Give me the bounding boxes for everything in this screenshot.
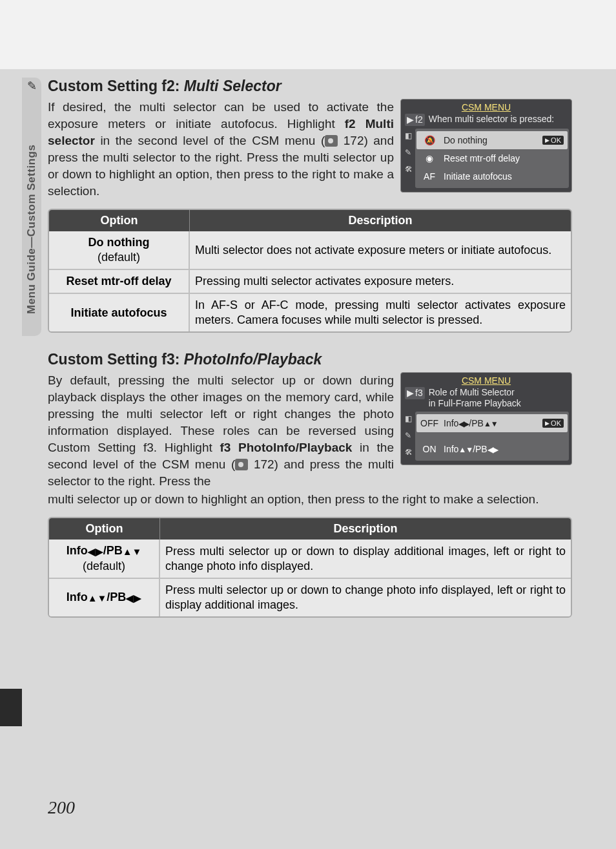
heading-f2: Custom Setting f2: Multi Selector [48, 78, 572, 95]
lcd-row-label: Initiate autofocus [444, 171, 512, 182]
lcd-row-on: ON Info▲▼/PB◀▶ [416, 440, 568, 458]
th-description: Description [190, 210, 571, 231]
camera-icon: ◧ [405, 131, 415, 140]
thumb-tab [0, 689, 22, 726]
text: Info [444, 418, 458, 428]
cell-description: Pressing multi selector activates exposu… [190, 269, 571, 293]
cell-option: Info▲▼/PB◀▶ [49, 578, 160, 616]
lcd-row-code: ON [420, 444, 438, 454]
cell-description: Multi selector does not activate exposur… [190, 231, 571, 269]
wrench-icon: 🛠 [405, 165, 415, 174]
lcd-title: CSM MENU [404, 375, 569, 386]
text: Info [67, 591, 88, 603]
text: in the second level of the CSM menu ( [95, 134, 325, 147]
option-main: Do nothing [54, 235, 183, 250]
table-row: Info▲▼/PB◀▶ Press multi selector up or d… [49, 578, 571, 616]
cell-option: Do nothing (default) [49, 231, 190, 269]
lcd-row-label: Do nothing [444, 135, 488, 145]
page-number: 200 [48, 797, 75, 818]
lcd-tag: ▶f3 [405, 387, 425, 399]
arrows-icon: ▲▼ [123, 544, 142, 559]
lcd-preview-f2: CSM MENU ▶f2 When multi selector is pres… [400, 99, 572, 193]
text: Info [444, 444, 458, 454]
lcd-tag-code: f3 [415, 388, 423, 399]
section-tab: ✎ Menu Guide—Custom Settings [22, 78, 41, 336]
table-f3: Option Description Info◀▶/PB▲▼ (default)… [48, 517, 572, 618]
cell-option: Reset mtr-off delay [49, 269, 190, 293]
option-main: Initiate autofocus [54, 306, 183, 320]
lcd-side-icons: ◧ ✎ 🛠 [405, 412, 415, 457]
th-option: Option [49, 210, 190, 231]
lcd-side-icons: ◧ ✎ 🛠 [405, 129, 415, 174]
cell-description: In AF-S or AF-C mode, pressing multi sel… [190, 293, 571, 331]
lcd-row-reset: ◉ Reset mtr-off delay [416, 149, 568, 167]
lcd-subtitle: ▶f2 When multi selector is pressed: [404, 114, 569, 129]
lcd-panel: OFF Info◀▶/PB▲▼ OK ON Info▲▼/PB◀▶ [415, 412, 569, 461]
text: /PB [473, 444, 488, 454]
th-description: Description [160, 518, 571, 540]
text: If desired, the multi selector can be us… [48, 100, 394, 131]
text: in Full-Frame Playback [429, 398, 521, 408]
lcd-tag-code: f2 [415, 114, 423, 125]
section-tab-label: Menu Guide—Custom Settings [25, 101, 38, 314]
pencil-small-icon: ✎ [405, 431, 415, 440]
text: /PB [107, 591, 126, 603]
meter-icon: ◉ [420, 153, 438, 163]
heading-f3-italic: PhotoInfo/Playback [184, 351, 322, 368]
lcd-subtitle: ▶f3 Role of Multi Selector in Full-Frame… [404, 387, 569, 412]
reference-icon [235, 459, 248, 470]
lcd-row-code: OFF [420, 418, 438, 428]
mute-icon: 🔕 [420, 135, 438, 145]
lcd-subtitle-text: When multi selector is pressed: [429, 114, 555, 125]
arrows-icon: ▲▼ [484, 419, 498, 428]
heading-f3: Custom Setting f3: PhotoInfo/Playback [48, 351, 572, 368]
lcd-row-label: Info▲▼/PB◀▶ [444, 444, 498, 454]
cell-description: Press multi selector up or down to chang… [160, 578, 571, 616]
lcd-row-do-nothing: 🔕 Do nothing OK [416, 131, 568, 149]
table-row: Initiate autofocus In AF-S or AF-C mode,… [49, 293, 571, 331]
th-option: Option [49, 518, 160, 540]
ok-badge: OK [542, 136, 564, 145]
lcd-subtitle-text: Role of Multi Selector in Full-Frame Pla… [429, 387, 521, 409]
arrows-icon: ▲▼ [458, 445, 473, 454]
lcd-row-off: OFF Info◀▶/PB▲▼ OK [416, 414, 568, 432]
table-row: Info◀▶/PB▲▼ (default) Press multi select… [49, 540, 571, 578]
text: /PB [103, 544, 123, 557]
heading-f2-italic: Multi Selector [184, 78, 282, 94]
camera-icon: ◧ [405, 414, 415, 423]
cell-option: Info◀▶/PB▲▼ (default) [49, 540, 160, 578]
ok-badge: OK [542, 419, 564, 428]
lcd-preview-f3: CSM MENU ▶f3 Role of Multi Selector in F… [400, 372, 572, 465]
heading-f3-prefix: Custom Setting f3: [48, 351, 184, 368]
text-bold: f3 PhotoInfo/Playback [220, 441, 352, 454]
lcd-row-af: AF Initiate autofocus [416, 167, 568, 185]
lcd-row-label: Info◀▶/PB▲▼ [444, 418, 498, 428]
text: /PB [469, 418, 484, 428]
heading-f2-prefix: Custom Setting f2: [48, 78, 184, 94]
arrows-icon: ▲▼ [88, 591, 107, 605]
text: Info [67, 544, 88, 557]
pencil-icon: ✎ [23, 79, 41, 97]
top-margin [0, 0, 616, 69]
arrows-icon: ◀▶ [88, 544, 103, 559]
table-f2: Option Description Do nothing (default) … [48, 209, 572, 333]
lcd-row-code: AF [420, 171, 438, 182]
wrench-icon: 🛠 [405, 448, 415, 457]
pencil-small-icon: ✎ [405, 148, 415, 157]
option-main: Reset mtr-off delay [54, 274, 183, 289]
paragraph-f2: If desired, the multi selector can be us… [48, 99, 394, 200]
cell-description: Press multi selector up or down to displ… [160, 540, 571, 578]
paragraph-f3-tail: multi selector up or down to highlight a… [48, 491, 572, 508]
arrows-icon: ◀▶ [458, 419, 469, 428]
arrows-icon: ◀▶ [126, 591, 141, 605]
lcd-title: CSM MENU [404, 102, 569, 112]
table-row: Do nothing (default) Multi selector does… [49, 231, 571, 269]
lcd-row-label: Reset mtr-off delay [444, 153, 520, 163]
option-main: Info▲▼/PB◀▶ [54, 590, 154, 605]
lcd-panel: 🔕 Do nothing OK ◉ Reset mtr-off delay AF… [415, 129, 569, 188]
cell-option: Initiate autofocus [49, 293, 190, 331]
reference-icon [325, 135, 338, 147]
text: Role of Multi Selector [429, 387, 515, 397]
arrows-icon: ◀▶ [488, 445, 498, 454]
paragraph-f3: By default, pressing the multi selector … [48, 372, 394, 490]
